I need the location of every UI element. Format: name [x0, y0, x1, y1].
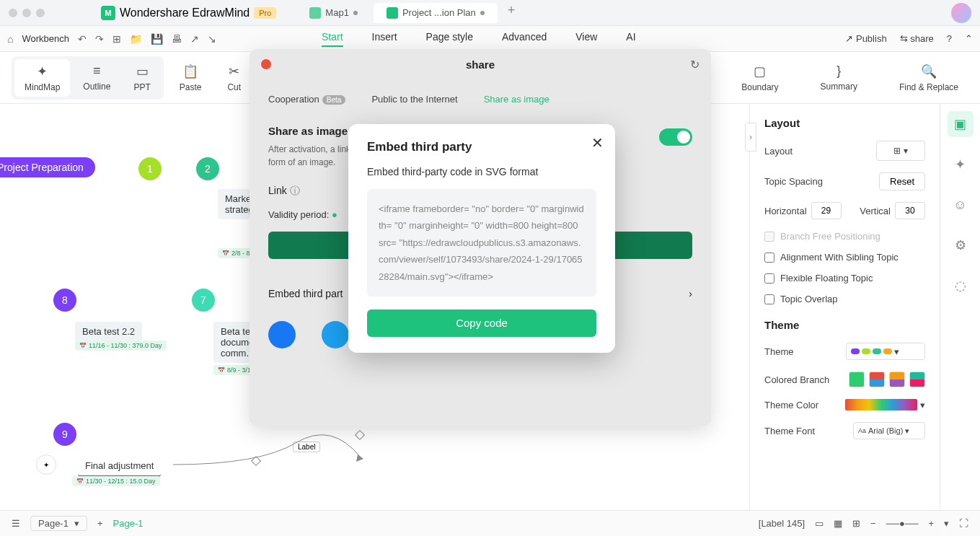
- emoji-tab-icon[interactable]: ☺: [948, 192, 974, 218]
- new-icon[interactable]: ⊞: [112, 33, 121, 45]
- node-final[interactable]: Final adjustment: [78, 456, 161, 477]
- node-7[interactable]: 7: [192, 289, 215, 312]
- code-box[interactable]: <iframe frameborder= "no" border= "0" ma…: [367, 189, 596, 296]
- flexible-check[interactable]: Flexible Floating Topic: [764, 273, 925, 284]
- node-8[interactable]: 8: [53, 289, 76, 312]
- close-icon[interactable]: ✕: [591, 134, 604, 151]
- tab-public[interactable]: Public to the Internet: [371, 94, 457, 105]
- zoom-dropdown[interactable]: ▾: [944, 518, 949, 529]
- layout-tab-icon[interactable]: ▣: [948, 111, 974, 137]
- book-icon[interactable]: ▭: [815, 518, 824, 529]
- page-tab[interactable]: Page-1: [113, 518, 144, 529]
- export-icon[interactable]: ↗: [190, 33, 199, 45]
- node-beta22[interactable]: Beta test 2.2: [75, 322, 142, 341]
- save-icon[interactable]: 💾: [151, 33, 163, 45]
- fullscreen-icon[interactable]: ⛶: [959, 518, 968, 529]
- app-name: Wondershare EdrawMind: [120, 6, 250, 19]
- chevron-right-icon: ›: [689, 288, 692, 299]
- gear-tab-icon[interactable]: ⚙: [948, 232, 974, 258]
- theme-font-label: Theme Font: [764, 426, 815, 436]
- theme-label: Theme: [764, 346, 793, 357]
- theme-color-label: Theme Color: [764, 400, 818, 410]
- add-page-button[interactable]: +: [97, 518, 103, 529]
- paste-button[interactable]: 📋Paste: [169, 59, 212, 97]
- publish-button[interactable]: ↗ Publish: [845, 33, 886, 44]
- theme-select[interactable]: ▾: [846, 343, 925, 360]
- date-badge: 11/16 - 11/30 : 379.0 Day: [75, 341, 167, 351]
- menu-view[interactable]: View: [575, 31, 597, 47]
- outline-icon: ≡: [93, 63, 101, 79]
- theme-font-select[interactable]: Aa Arial (Big) ▾: [853, 422, 925, 439]
- theme-color-select[interactable]: ▾: [845, 399, 925, 410]
- node-2[interactable]: 2: [196, 157, 219, 180]
- menu-ai[interactable]: AI: [626, 31, 635, 47]
- print-icon[interactable]: 🖶: [172, 33, 182, 45]
- add-tab-button[interactable]: +: [500, 3, 523, 23]
- grid-icon[interactable]: ▦: [834, 518, 842, 529]
- window-controls[interactable]: [9, 9, 45, 17]
- find-replace-button[interactable]: 🔍Find & Replace: [889, 59, 968, 97]
- node-1[interactable]: 1: [138, 157, 162, 180]
- zoom-out[interactable]: −: [870, 518, 876, 529]
- collapse-icon[interactable]: ⌃: [965, 33, 973, 44]
- page-select[interactable]: Page-1 ▾: [30, 516, 87, 531]
- statusbar: ☰ Page-1 ▾ + Page-1 [Label 145] ▭ ▦ ⊞ − …: [0, 510, 980, 536]
- panel-collapse-handle[interactable]: ›: [745, 123, 756, 151]
- copy-code-button[interactable]: Copy code: [367, 309, 596, 337]
- redo-icon[interactable]: ↷: [95, 33, 104, 45]
- twitter-icon[interactable]: [322, 321, 349, 348]
- cut-icon: ✂: [229, 63, 239, 79]
- boundary-icon: ▢: [754, 63, 766, 79]
- embed-subtitle: Embed third-party code in SVG format: [367, 166, 596, 177]
- clock-tab-icon[interactable]: ◌: [948, 273, 974, 299]
- outline-mode[interactable]: ≡Outline: [73, 59, 120, 97]
- home-icon[interactable]: ⌂: [7, 33, 13, 45]
- open-icon[interactable]: 📁: [130, 33, 142, 45]
- menu-insert[interactable]: Insert: [372, 31, 397, 47]
- branch-free-check[interactable]: Branch Free Positioning: [764, 231, 925, 242]
- horizontal-input[interactable]: [811, 202, 842, 219]
- ai-badge-icon[interactable]: ✦: [36, 454, 56, 475]
- summary-button[interactable]: }Summary: [811, 59, 868, 97]
- toggle-switch[interactable]: [659, 128, 692, 146]
- tab-project-plan[interactable]: Project ...ion Plan: [374, 3, 498, 23]
- tab-cooperation[interactable]: CooperationBeta: [268, 94, 345, 105]
- undo-icon[interactable]: ↶: [78, 33, 87, 45]
- share-button[interactable]: ⇆ share: [900, 33, 934, 44]
- reset-button[interactable]: Reset: [879, 172, 925, 190]
- sparkle-tab-icon[interactable]: ✦: [948, 151, 974, 177]
- layers-icon[interactable]: ⊞: [852, 518, 860, 529]
- close-icon[interactable]: [261, 59, 271, 69]
- list-icon[interactable]: ☰: [12, 518, 20, 529]
- tab-share-image[interactable]: Share as image: [484, 94, 549, 105]
- menu-start[interactable]: Start: [322, 31, 343, 47]
- menu-advanced[interactable]: Advanced: [502, 31, 547, 47]
- mindmap-mode[interactable]: ✦MindMap: [14, 59, 70, 97]
- layout-label: Layout: [764, 146, 793, 157]
- vertical-input[interactable]: [895, 202, 925, 219]
- overlap-check[interactable]: Topic Overlap: [764, 294, 925, 304]
- layout-select[interactable]: ⊞ ▾: [876, 141, 925, 161]
- menu-page-style[interactable]: Page style: [426, 31, 473, 47]
- import-icon[interactable]: ↘: [208, 33, 216, 45]
- node-project-prep[interactable]: Project Preparation: [0, 157, 95, 177]
- zoom-in[interactable]: +: [928, 518, 934, 529]
- cut-button[interactable]: ✂Cut: [217, 59, 251, 97]
- embed-title: Embed third party: [367, 140, 596, 154]
- menu-tabs: Start Insert Page style Advanced View AI: [322, 31, 636, 47]
- label-count: [Label 145]: [759, 518, 805, 529]
- ppt-mode[interactable]: ▭PPT: [123, 59, 160, 97]
- node-9[interactable]: 9: [53, 423, 76, 446]
- avatar[interactable]: [951, 3, 971, 23]
- help-icon[interactable]: ?: [947, 33, 952, 44]
- facebook-icon[interactable]: [268, 321, 296, 348]
- align-sibling-check[interactable]: Alignment With Sibling Topic: [764, 252, 925, 263]
- refresh-icon[interactable]: ↻: [690, 58, 699, 71]
- tab-map1[interactable]: Map1: [296, 3, 371, 23]
- workbench-button[interactable]: Workbench: [22, 33, 69, 44]
- pro-badge: Pro: [254, 7, 276, 19]
- topic-spacing-label: Topic Spacing: [764, 176, 823, 187]
- zoom-slider[interactable]: ──●──: [886, 518, 919, 529]
- colored-branch-options[interactable]: [849, 372, 925, 387]
- boundary-button[interactable]: ▢Boundary: [731, 59, 788, 97]
